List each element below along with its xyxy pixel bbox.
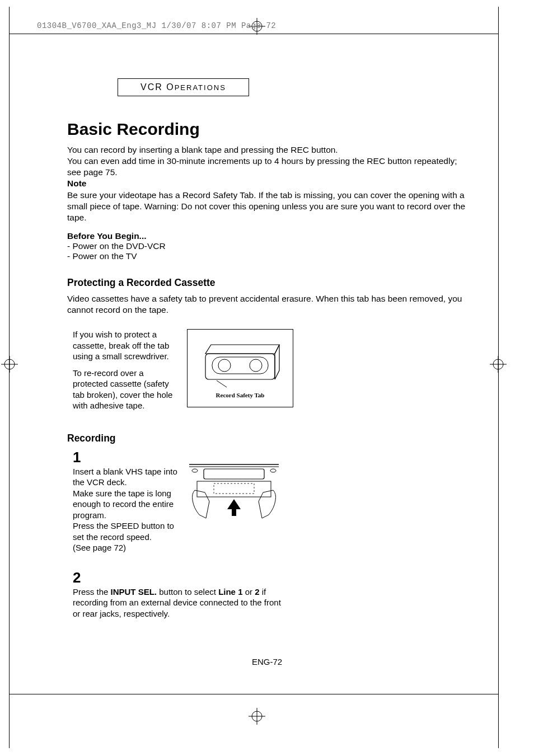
before-bullet-2: - Power on the TV xyxy=(67,251,470,261)
svg-point-16 xyxy=(218,359,231,372)
svg-marker-12 xyxy=(205,345,279,354)
cassette-figure-caption: Record Safety Tab xyxy=(216,392,265,398)
step-2-pre: Press the xyxy=(73,587,111,597)
step-2: 2 Press the INPUT SEL. button to select … xyxy=(67,569,470,619)
svg-marker-24 xyxy=(227,499,241,516)
vcr-insert-figure xyxy=(189,462,279,532)
registration-mark-bottom xyxy=(249,708,265,725)
before-heading-bold: Before xyxy=(67,231,95,241)
note-body: Be sure your videotape has a Record Safe… xyxy=(67,190,470,223)
protect-heading: Protecting a Recorded Cassette xyxy=(67,277,470,289)
step-2-mid: button to select xyxy=(157,587,218,597)
section-label-rest: PERATIONS xyxy=(175,83,226,92)
registration-mark-right xyxy=(490,356,507,373)
page-content: VCR OPERATIONS Basic Recording You can r… xyxy=(67,78,470,619)
note-label: Note xyxy=(67,179,86,188)
protect-p2: To re-record over a protected cassette (… xyxy=(73,368,179,411)
intro-block: You can record by inserting a blank tape… xyxy=(67,144,470,223)
intro-line2: You can even add time in 30-minute incre… xyxy=(67,156,470,167)
svg-point-26 xyxy=(270,469,276,472)
step-1: 1 Insert a blank VHS tape into the VCR d… xyxy=(67,449,470,553)
intro-line3: see page 75. xyxy=(67,167,470,178)
svg-rect-23 xyxy=(214,483,254,494)
step-1-l2: Make sure the tape is long enough to rec… xyxy=(73,488,179,521)
registration-mark-left xyxy=(1,356,18,373)
before-bullet-1: - Power on the DVD-VCR xyxy=(67,241,470,251)
protect-text-column: If you wish to protect a cassette, break… xyxy=(73,329,179,417)
svg-point-17 xyxy=(250,359,262,372)
protect-body: Video cassettes have a safety tab to pre… xyxy=(67,293,470,316)
crop-right-line xyxy=(498,7,499,748)
recording-heading: Recording xyxy=(67,433,470,444)
step-2-b1: INPUT SEL. xyxy=(111,587,157,597)
step-1-l4: (See page 72) xyxy=(73,542,179,553)
step-2-number: 2 xyxy=(73,569,470,586)
step-1-number: 1 xyxy=(73,449,179,466)
crop-bottom-line xyxy=(9,694,499,694)
section-label-prefix: VCR O xyxy=(140,82,175,92)
print-header-info: 01304B_V6700_XAA_Eng3_MJ 1/30/07 8:07 PM… xyxy=(37,21,276,30)
svg-rect-21 xyxy=(204,469,264,479)
section-label: VCR OPERATIONS xyxy=(118,78,249,96)
intro-line1: You can record by inserting a blank tape… xyxy=(67,144,470,156)
before-heading-rest: You Begin... xyxy=(95,231,146,241)
step-2-b3: 2 xyxy=(255,587,259,597)
page-number: ENG-72 xyxy=(0,657,534,666)
step-1-l1: Insert a blank VHS tape into the VCR dec… xyxy=(73,466,179,488)
svg-point-25 xyxy=(192,469,198,472)
page-title: Basic Recording xyxy=(67,120,470,139)
svg-rect-13 xyxy=(205,354,275,379)
protect-columns: If you wish to protect a cassette, break… xyxy=(67,329,470,417)
svg-rect-15 xyxy=(212,357,268,374)
before-block: Before You Begin... - Power on the DVD-V… xyxy=(67,231,470,261)
protect-p1: If you wish to protect a cassette, break… xyxy=(73,329,179,362)
step-1-l3: Press the SPEED button to set the record… xyxy=(73,520,179,542)
svg-marker-14 xyxy=(275,345,279,379)
cassette-icon xyxy=(195,338,285,389)
step-2-b2: Line 1 xyxy=(218,587,242,597)
cassette-figure: Record Safety Tab xyxy=(187,329,293,407)
vcr-insert-icon xyxy=(189,462,279,529)
svg-line-18 xyxy=(217,381,227,387)
crop-left-line xyxy=(9,7,10,748)
step-2-or: or xyxy=(242,587,255,597)
